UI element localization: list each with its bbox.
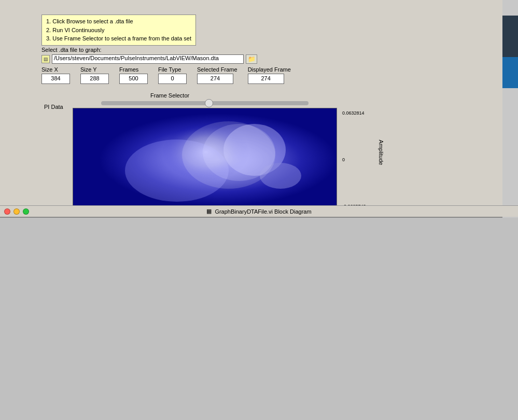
- frame-slider[interactable]: [101, 101, 309, 105]
- frame-slider-thumb[interactable]: [205, 99, 213, 107]
- close-button[interactable]: [4, 208, 10, 215]
- diagram-icon: ▦: [206, 208, 212, 215]
- displayed-frame-field: Displayed Frame 274: [248, 66, 291, 84]
- browse-button[interactable]: 📁: [246, 54, 257, 64]
- image-display: [73, 108, 337, 212]
- displayed-frame-value: 274: [248, 74, 284, 84]
- selected-frame-value[interactable]: 274: [197, 74, 233, 84]
- window-title: GraphBinaryDTAFile.vi Block Diagram: [215, 208, 311, 215]
- file-icon: ▤: [41, 55, 50, 63]
- file-selector-label: Select .dta file to graph:: [41, 47, 257, 53]
- frame-slider-area[interactable]: [73, 100, 337, 106]
- file-path-row: ▤ /Users/steven/Documents/PulseInstrumen…: [41, 54, 257, 64]
- size-y-field: Size Y 288: [80, 66, 109, 84]
- size-y-label: Size Y: [80, 66, 97, 73]
- amp-mid: 0: [342, 157, 345, 162]
- file-type-value: 0: [158, 74, 187, 84]
- selected-frame-field: Selected Frame 274: [197, 66, 237, 84]
- instruction-line1: 1. Click Browse to select a .dta file: [46, 17, 191, 26]
- minimize-button[interactable]: [13, 208, 20, 215]
- frames-value: 500: [119, 74, 148, 84]
- size-x-value: 384: [41, 74, 70, 84]
- size-x-field: Size X 384: [41, 66, 70, 84]
- file-selector-area: Select .dta file to graph: ▤ /Users/stev…: [41, 47, 257, 64]
- amp-max: 0.0632814: [342, 110, 365, 116]
- file-path-input[interactable]: /Users/steven/Documents/PulseInstruments…: [52, 54, 244, 64]
- file-type-label: File Type: [158, 66, 181, 73]
- amplitude-axis: 0.0632814 0 -0.0605742 Amplitude: [340, 108, 381, 212]
- maximize-button[interactable]: [23, 208, 29, 215]
- window-controls: [4, 208, 29, 215]
- frames-field: Frames 500: [119, 66, 148, 84]
- dog-image: [73, 108, 337, 211]
- instructions-box: 1. Click Browse to select a .dta file 2.…: [41, 15, 196, 46]
- front-panel: 1. Click Browse to select a .dta file 2.…: [0, 0, 518, 218]
- right-panel: [502, 0, 518, 218]
- svg-point-6: [203, 124, 275, 181]
- color-bar-blue: [502, 57, 518, 88]
- instruction-line2: 2. Run VI Continuously: [46, 26, 191, 35]
- selected-frame-label: Selected Frame: [197, 66, 237, 73]
- size-y-value: 288: [80, 74, 109, 84]
- displayed-frame-label: Displayed Frame: [248, 66, 291, 73]
- file-type-field: File Type 0: [158, 66, 187, 84]
- pi-data-label: PI Data: [44, 104, 63, 110]
- frame-selector-heading: Frame Selector: [150, 92, 189, 99]
- info-row: Size X 384 Size Y 288 Frames 500 File Ty…: [41, 66, 291, 84]
- amplitude-label: Amplitude: [379, 140, 385, 165]
- instruction-line3: 3. Use Frame Selector to select a frame …: [46, 34, 191, 43]
- color-bar-dark: [502, 16, 518, 57]
- title-bar: ▦ GraphBinaryDTAFile.vi Block Diagram: [0, 205, 518, 217]
- size-x-label: Size X: [41, 66, 58, 73]
- frames-label: Frames: [119, 66, 138, 73]
